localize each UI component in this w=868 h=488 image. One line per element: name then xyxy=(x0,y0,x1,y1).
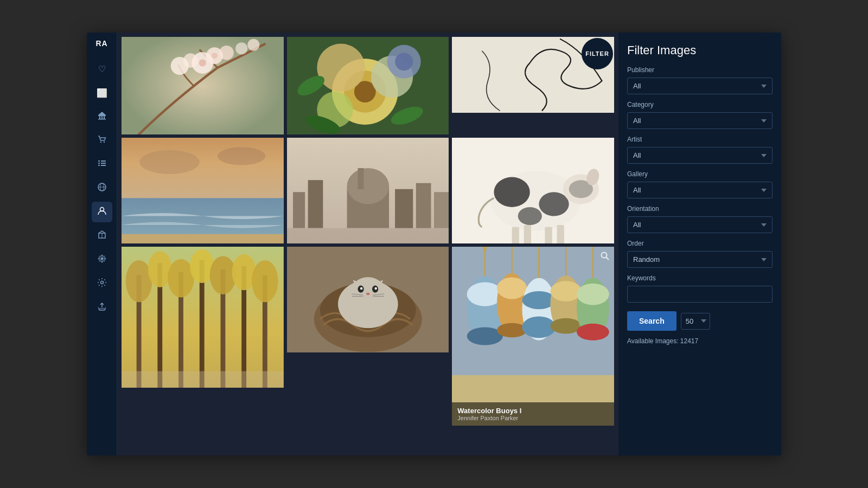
svg-point-23 xyxy=(98,258,100,260)
image-artist-9: Jennifer Paxton Parker xyxy=(457,415,609,421)
search-row: Search 25 50 100 200 xyxy=(627,311,773,331)
svg-rect-11 xyxy=(101,163,106,164)
svg-point-7 xyxy=(103,142,104,143)
user-icon xyxy=(97,206,107,218)
image-title-9: Watercolor Buoys I xyxy=(457,407,609,415)
available-images-count: Available Images: 12417 xyxy=(627,337,773,345)
image-title-2: Floral Arrangement xyxy=(292,122,444,130)
svg-rect-60 xyxy=(308,180,323,228)
keywords-input[interactable] xyxy=(627,286,773,303)
svg-rect-8 xyxy=(98,160,100,162)
image-title-8: Cat in Basket xyxy=(292,340,444,348)
svg-point-21 xyxy=(101,255,103,257)
gallery-label: Gallery xyxy=(627,170,773,178)
image-title-1: Cherry Blossoms xyxy=(127,122,278,130)
svg-rect-1 xyxy=(99,116,100,119)
panel-title: Filter Images xyxy=(627,43,773,57)
image-title-7: Golden Trees xyxy=(127,375,278,383)
sidebar-item-box[interactable] xyxy=(92,226,112,246)
image-cell-2[interactable]: Floral Arrangement xyxy=(287,37,449,134)
svg-rect-66 xyxy=(416,183,431,228)
order-label: Order xyxy=(627,240,773,247)
gallery-filter: Gallery All xyxy=(627,170,773,198)
artist-label: Artist xyxy=(627,136,773,143)
svg-line-113 xyxy=(606,258,609,260)
sidebar-item-list[interactable] xyxy=(92,154,112,175)
svg-point-56 xyxy=(218,147,265,165)
svg-point-20 xyxy=(100,258,103,260)
artist-select[interactable]: All xyxy=(627,147,773,164)
category-filter: Category All xyxy=(627,101,773,129)
image-title-6: Cow Study xyxy=(457,231,609,239)
artist-filter: Artist All xyxy=(627,136,773,164)
image-cell-7[interactable]: Golden Trees xyxy=(122,247,284,388)
category-select[interactable]: All xyxy=(627,112,773,129)
search-button[interactable]: Search xyxy=(627,311,676,331)
sidebar-item-cart[interactable] xyxy=(92,130,112,151)
svg-point-6 xyxy=(100,142,101,143)
order-filter: Order Random Newest Oldest Title A-Z xyxy=(627,240,773,268)
svg-point-37 xyxy=(183,53,198,68)
svg-point-71 xyxy=(539,192,569,216)
sidebar-item-monitor[interactable]: ⬜ xyxy=(92,82,112,103)
main-content: FILTER xyxy=(117,33,781,455)
svg-rect-2 xyxy=(101,116,103,119)
publisher-label: Publisher xyxy=(627,66,773,74)
svg-point-126 xyxy=(497,278,527,299)
image-grid: Cherry Blossoms xyxy=(122,37,614,426)
settings-icon xyxy=(97,278,107,290)
svg-rect-65 xyxy=(395,189,413,228)
image-area[interactable]: FILTER xyxy=(117,33,618,455)
svg-point-39 xyxy=(212,53,218,59)
cart-icon xyxy=(97,134,107,146)
svg-rect-63 xyxy=(358,168,363,189)
svg-rect-13 xyxy=(101,165,106,166)
svg-point-94 xyxy=(252,260,278,302)
sidebar-item-upload[interactable] xyxy=(92,297,112,318)
svg-point-103 xyxy=(360,287,362,290)
svg-point-28 xyxy=(103,260,105,262)
orientation-filter: Orientation All xyxy=(627,205,773,233)
orientation-select[interactable]: All xyxy=(627,216,773,233)
publisher-select[interactable]: All xyxy=(627,78,773,94)
svg-point-26 xyxy=(103,255,105,258)
filter-button[interactable]: FILTER xyxy=(582,38,613,69)
svg-point-104 xyxy=(374,287,376,290)
category-label: Category xyxy=(627,101,773,108)
gallery-select[interactable]: All xyxy=(627,182,773,198)
heart-icon: ♡ xyxy=(98,64,106,74)
svg-rect-0 xyxy=(98,115,106,116)
sidebar-item-settings[interactable] xyxy=(92,273,112,294)
svg-point-127 xyxy=(497,323,527,338)
image-title-4: Coastal Sunset xyxy=(127,231,278,239)
svg-point-72 xyxy=(518,207,542,225)
svg-point-25 xyxy=(99,255,101,258)
image-title-5: Mediterranean Cityscape xyxy=(292,231,444,239)
image-overlay-9: Watercolor Buoys I Jennifer Paxton Parke… xyxy=(452,402,614,426)
svg-rect-59 xyxy=(293,192,305,228)
image-title-3: Abstract Lines xyxy=(457,100,609,108)
museum-icon xyxy=(97,111,107,123)
sidebar-item-user[interactable] xyxy=(92,202,112,222)
svg-point-38 xyxy=(199,59,206,66)
sidebar-item-heart[interactable]: ♡ xyxy=(92,59,112,79)
image-cell-5[interactable]: Mediterranean Cityscape xyxy=(287,138,449,243)
svg-point-29 xyxy=(100,281,103,284)
sidebar-item-museum[interactable] xyxy=(92,106,112,127)
image-search-icon[interactable] xyxy=(600,251,610,263)
image-cell-4[interactable]: Coastal Sunset xyxy=(122,138,284,243)
keywords-label: Keywords xyxy=(627,274,773,282)
svg-point-44 xyxy=(317,44,365,92)
sidebar-item-flower[interactable] xyxy=(92,249,112,270)
box-icon xyxy=(97,230,107,242)
image-cell-1[interactable]: Cherry Blossoms xyxy=(122,37,284,134)
svg-rect-9 xyxy=(101,160,106,162)
results-count-select[interactable]: 25 50 100 200 xyxy=(681,313,710,330)
image-cell-9[interactable]: Watercolor Buoys I Jennifer Paxton Parke… xyxy=(452,247,614,426)
order-select[interactable]: Random Newest Oldest Title A-Z xyxy=(627,251,773,268)
svg-point-112 xyxy=(601,253,607,258)
sidebar-item-globe[interactable] xyxy=(92,178,112,198)
image-cell-8[interactable]: Cat in Basket xyxy=(287,247,449,352)
image-cell-6[interactable]: Cow Study xyxy=(452,138,614,243)
svg-rect-3 xyxy=(104,116,105,119)
